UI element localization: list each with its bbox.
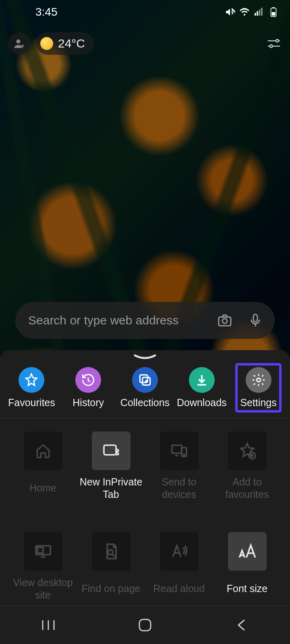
menu-item-add-to-favourites: Add to favourites — [214, 431, 280, 524]
back-icon — [235, 619, 248, 632]
menu-top-label: Collections — [120, 397, 170, 409]
sheet-grabber[interactable] — [0, 350, 290, 361]
devices-icon — [160, 431, 199, 470]
voice-search-button[interactable] — [244, 309, 267, 332]
mic-icon — [247, 312, 263, 328]
menu-item-label: New InPrivate Tab — [78, 476, 144, 501]
menu-item-label: Read aloud — [153, 576, 205, 601]
star-icon — [19, 367, 44, 393]
find-icon — [92, 532, 130, 571]
wifi-icon — [239, 7, 250, 17]
inprivate-icon — [92, 431, 130, 470]
menu-item-label: View desktop site — [10, 576, 76, 602]
history-icon — [75, 367, 101, 393]
svg-rect-21 — [37, 547, 43, 553]
mute-icon — [225, 7, 235, 17]
menu-top-history[interactable]: History — [62, 367, 114, 409]
download-icon — [189, 367, 215, 393]
sliders-icon — [266, 35, 282, 52]
svg-rect-2 — [272, 12, 276, 16]
status-time: 3:45 — [11, 6, 58, 19]
status-bar: 3:45 — [0, 0, 290, 24]
menu-top-label: History — [72, 397, 104, 409]
android-nav-bar — [0, 605, 290, 644]
read-aloud-icon — [160, 532, 199, 571]
weather-pill[interactable]: 24°C — [36, 32, 94, 55]
font-size-icon — [228, 532, 267, 571]
menu-top-favourites[interactable]: Favourites — [5, 367, 58, 409]
menu-top-label: Settings — [240, 397, 276, 409]
menu-item-label: Find on page — [82, 576, 141, 601]
search-placeholder: Search or type web address — [28, 314, 205, 327]
svg-point-8 — [270, 45, 273, 47]
svg-point-14 — [257, 378, 260, 382]
svg-point-22 — [108, 550, 113, 555]
search-bar[interactable]: Search or type web address — [15, 302, 275, 339]
menu-top-label: Downloads — [177, 397, 227, 409]
svg-point-3 — [17, 39, 21, 43]
menu-item-label: Font size — [227, 576, 267, 601]
sun-icon — [40, 37, 53, 50]
menu-item-home: Home — [10, 431, 76, 524]
svg-rect-26 — [139, 619, 151, 631]
menu-top-settings[interactable]: Settings — [232, 367, 285, 409]
menu-top-collections[interactable]: Collections — [119, 367, 171, 409]
collections-icon — [132, 367, 158, 393]
profile-button[interactable] — [8, 32, 31, 55]
temperature-text: 24°C — [58, 37, 85, 50]
desktop-icon — [24, 532, 62, 571]
customize-feed-button[interactable] — [266, 35, 282, 52]
svg-rect-1 — [272, 7, 275, 8]
back-button[interactable] — [213, 619, 270, 632]
home-nav-icon — [138, 618, 152, 632]
menu-item-label: Send to devices — [146, 476, 212, 501]
menu-item-label: Add to favourites — [214, 476, 280, 501]
svg-point-6 — [276, 39, 279, 42]
home-button[interactable] — [117, 618, 173, 632]
signal-icon — [254, 7, 264, 17]
svg-rect-15 — [104, 445, 116, 455]
recents-button[interactable] — [20, 619, 77, 632]
menu-top-downloads[interactable]: Downloads — [176, 367, 228, 409]
star-plus-icon — [228, 431, 267, 470]
home-icon — [24, 431, 62, 470]
profile-add-icon — [13, 37, 25, 50]
svg-rect-16 — [172, 445, 182, 453]
svg-rect-11 — [253, 314, 257, 322]
camera-search-button[interactable] — [213, 309, 236, 332]
menu-item-send-to-devices: Send to devices — [146, 431, 212, 524]
status-icons — [225, 7, 279, 17]
gear-icon — [246, 367, 271, 393]
menu-item-label: Home — [29, 476, 56, 501]
menu-sheet: FavouritesHistoryCollectionsDownloadsSet… — [0, 350, 290, 644]
svg-point-10 — [222, 319, 227, 324]
settings-highlight: Settings — [235, 363, 281, 413]
camera-icon — [217, 312, 233, 328]
menu-item-new-inprivate-tab[interactable]: New InPrivate Tab — [78, 431, 144, 524]
menu-top-label: Favourites — [8, 397, 55, 409]
recents-icon — [40, 619, 56, 632]
svg-point-18 — [183, 454, 184, 455]
battery-icon — [268, 7, 279, 17]
